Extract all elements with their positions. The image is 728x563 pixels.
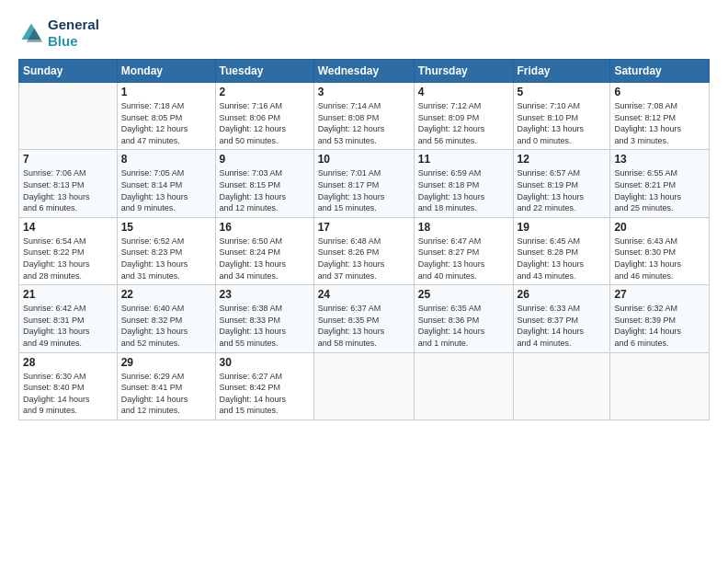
calendar-cell: 25Sunrise: 6:35 AM Sunset: 8:36 PM Dayli…: [414, 285, 513, 352]
calendar-week-1: 1Sunrise: 7:18 AM Sunset: 8:05 PM Daylig…: [19, 83, 710, 150]
weekday-header-thursday: Thursday: [414, 60, 513, 83]
day-number: 18: [418, 221, 509, 234]
calendar-cell: 26Sunrise: 6:33 AM Sunset: 8:37 PM Dayli…: [513, 285, 610, 352]
calendar-cell: 12Sunrise: 6:57 AM Sunset: 8:19 PM Dayli…: [513, 150, 610, 217]
calendar-week-5: 28Sunrise: 6:30 AM Sunset: 8:40 PM Dayli…: [19, 352, 710, 419]
cell-info: Sunrise: 7:14 AM Sunset: 8:08 PM Dayligh…: [318, 100, 410, 146]
calendar-cell: 7Sunrise: 7:06 AM Sunset: 8:13 PM Daylig…: [19, 150, 118, 217]
cell-info: Sunrise: 7:10 AM Sunset: 8:10 PM Dayligh…: [518, 100, 607, 146]
cell-info: Sunrise: 6:27 AM Sunset: 8:42 PM Dayligh…: [220, 371, 310, 417]
weekday-header-wednesday: Wednesday: [313, 60, 414, 83]
calendar-cell: 5Sunrise: 7:10 AM Sunset: 8:10 PM Daylig…: [513, 83, 610, 150]
day-number: 10: [318, 153, 410, 166]
calendar-cell: 28Sunrise: 6:30 AM Sunset: 8:40 PM Dayli…: [19, 352, 118, 419]
day-number: 17: [318, 221, 410, 234]
calendar-cell: 30Sunrise: 6:27 AM Sunset: 8:42 PM Dayli…: [215, 352, 313, 419]
cell-info: Sunrise: 6:50 AM Sunset: 8:24 PM Dayligh…: [220, 236, 310, 282]
day-number: 29: [121, 356, 211, 369]
calendar-cell: 2Sunrise: 7:16 AM Sunset: 8:06 PM Daylig…: [215, 83, 313, 150]
weekday-header-sunday: Sunday: [19, 60, 118, 83]
header: General Blue: [18, 17, 710, 50]
day-number: 11: [418, 153, 509, 166]
calendar-cell: 18Sunrise: 6:47 AM Sunset: 8:27 PM Dayli…: [414, 217, 513, 284]
calendar-cell: 10Sunrise: 7:01 AM Sunset: 8:17 PM Dayli…: [313, 150, 414, 217]
day-number: 15: [121, 221, 211, 234]
calendar-cell: 24Sunrise: 6:37 AM Sunset: 8:35 PM Dayli…: [313, 285, 414, 352]
calendar-cell: 15Sunrise: 6:52 AM Sunset: 8:23 PM Dayli…: [117, 217, 215, 284]
day-number: 30: [220, 356, 310, 369]
calendar-week-4: 21Sunrise: 6:42 AM Sunset: 8:31 PM Dayli…: [19, 285, 710, 352]
cell-info: Sunrise: 6:38 AM Sunset: 8:33 PM Dayligh…: [220, 303, 310, 349]
cell-info: Sunrise: 6:32 AM Sunset: 8:39 PM Dayligh…: [614, 303, 705, 349]
calendar-cell: 13Sunrise: 6:55 AM Sunset: 8:21 PM Dayli…: [610, 150, 710, 217]
calendar-cell: 4Sunrise: 7:12 AM Sunset: 8:09 PM Daylig…: [414, 83, 513, 150]
calendar: SundayMondayTuesdayWednesdayThursdayFrid…: [18, 59, 710, 420]
weekday-header-saturday: Saturday: [610, 60, 710, 83]
day-number: 1: [121, 86, 211, 98]
calendar-cell: 16Sunrise: 6:50 AM Sunset: 8:24 PM Dayli…: [215, 217, 313, 284]
day-number: 2: [220, 86, 310, 98]
logo-text: General Blue: [48, 17, 99, 50]
cell-info: Sunrise: 6:52 AM Sunset: 8:23 PM Dayligh…: [121, 236, 211, 282]
day-number: 24: [318, 288, 410, 301]
day-number: 8: [121, 153, 211, 166]
day-number: 25: [418, 288, 509, 301]
day-number: 5: [518, 86, 607, 98]
cell-info: Sunrise: 7:18 AM Sunset: 8:05 PM Dayligh…: [121, 100, 211, 146]
weekday-header-friday: Friday: [513, 60, 610, 83]
calendar-cell: 23Sunrise: 6:38 AM Sunset: 8:33 PM Dayli…: [215, 285, 313, 352]
calendar-cell: [414, 352, 513, 419]
calendar-cell: 14Sunrise: 6:54 AM Sunset: 8:22 PM Dayli…: [19, 217, 118, 284]
calendar-cell: 3Sunrise: 7:14 AM Sunset: 8:08 PM Daylig…: [313, 83, 414, 150]
calendar-cell: 11Sunrise: 6:59 AM Sunset: 8:18 PM Dayli…: [414, 150, 513, 217]
logo: General Blue: [18, 17, 99, 50]
day-number: 27: [614, 288, 705, 301]
cell-info: Sunrise: 7:08 AM Sunset: 8:12 PM Dayligh…: [614, 100, 705, 146]
day-number: 3: [318, 86, 410, 98]
cell-info: Sunrise: 6:55 AM Sunset: 8:21 PM Dayligh…: [614, 167, 705, 213]
cell-info: Sunrise: 6:48 AM Sunset: 8:26 PM Dayligh…: [318, 236, 410, 282]
day-number: 23: [220, 288, 310, 301]
day-number: 9: [220, 153, 310, 166]
day-number: 22: [121, 288, 211, 301]
day-number: 16: [220, 221, 310, 234]
cell-info: Sunrise: 7:06 AM Sunset: 8:13 PM Dayligh…: [23, 167, 113, 213]
calendar-cell: 22Sunrise: 6:40 AM Sunset: 8:32 PM Dayli…: [117, 285, 215, 352]
calendar-cell: 1Sunrise: 7:18 AM Sunset: 8:05 PM Daylig…: [117, 83, 215, 150]
calendar-week-2: 7Sunrise: 7:06 AM Sunset: 8:13 PM Daylig…: [19, 150, 710, 217]
calendar-cell: [610, 352, 710, 419]
cell-info: Sunrise: 7:03 AM Sunset: 8:15 PM Dayligh…: [220, 167, 310, 213]
calendar-cell: [313, 352, 414, 419]
cell-info: Sunrise: 6:30 AM Sunset: 8:40 PM Dayligh…: [23, 371, 113, 417]
calendar-cell: 20Sunrise: 6:43 AM Sunset: 8:30 PM Dayli…: [610, 217, 710, 284]
cell-info: Sunrise: 6:45 AM Sunset: 8:28 PM Dayligh…: [518, 236, 607, 282]
cell-info: Sunrise: 6:37 AM Sunset: 8:35 PM Dayligh…: [318, 303, 410, 349]
cell-info: Sunrise: 6:29 AM Sunset: 8:41 PM Dayligh…: [121, 371, 211, 417]
day-number: 21: [23, 288, 113, 301]
day-number: 4: [418, 86, 509, 98]
cell-info: Sunrise: 7:01 AM Sunset: 8:17 PM Dayligh…: [318, 167, 410, 213]
day-number: 19: [518, 221, 607, 234]
cell-info: Sunrise: 7:12 AM Sunset: 8:09 PM Dayligh…: [418, 100, 509, 146]
calendar-cell: 8Sunrise: 7:05 AM Sunset: 8:14 PM Daylig…: [117, 150, 215, 217]
cell-info: Sunrise: 6:35 AM Sunset: 8:36 PM Dayligh…: [418, 303, 509, 349]
calendar-cell: 21Sunrise: 6:42 AM Sunset: 8:31 PM Dayli…: [19, 285, 118, 352]
calendar-cell: [19, 83, 118, 150]
cell-info: Sunrise: 6:40 AM Sunset: 8:32 PM Dayligh…: [121, 303, 211, 349]
day-number: 20: [614, 221, 705, 234]
weekday-header-monday: Monday: [117, 60, 215, 83]
cell-info: Sunrise: 7:16 AM Sunset: 8:06 PM Dayligh…: [220, 100, 310, 146]
weekday-header-tuesday: Tuesday: [215, 60, 313, 83]
page: General Blue SundayMondayTuesdayWednesda…: [0, 0, 728, 563]
calendar-cell: 9Sunrise: 7:03 AM Sunset: 8:15 PM Daylig…: [215, 150, 313, 217]
day-number: 6: [614, 86, 705, 98]
calendar-week-3: 14Sunrise: 6:54 AM Sunset: 8:22 PM Dayli…: [19, 217, 710, 284]
cell-info: Sunrise: 6:57 AM Sunset: 8:19 PM Dayligh…: [518, 167, 607, 213]
cell-info: Sunrise: 6:43 AM Sunset: 8:30 PM Dayligh…: [614, 236, 705, 282]
day-number: 13: [614, 153, 705, 166]
calendar-cell: 17Sunrise: 6:48 AM Sunset: 8:26 PM Dayli…: [313, 217, 414, 284]
logo-icon: [18, 20, 44, 46]
day-number: 14: [23, 221, 113, 234]
cell-info: Sunrise: 6:59 AM Sunset: 8:18 PM Dayligh…: [418, 167, 509, 213]
calendar-cell: 6Sunrise: 7:08 AM Sunset: 8:12 PM Daylig…: [610, 83, 710, 150]
